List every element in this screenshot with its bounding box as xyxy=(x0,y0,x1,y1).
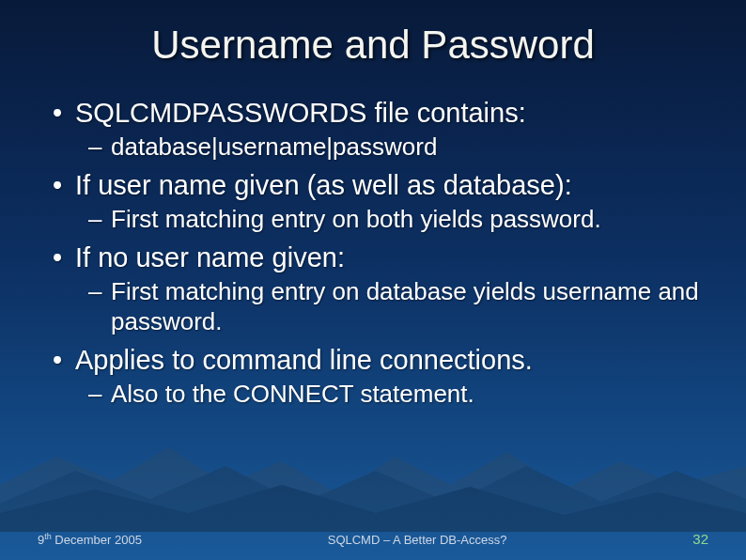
bullet-text: If user name given (as well as database)… xyxy=(75,170,572,200)
sub-bullet-text: First matching entry on both yields pass… xyxy=(111,205,601,233)
footer-date-ord: th xyxy=(44,532,52,541)
sub-bullet-list: database|username|password xyxy=(75,132,699,163)
sub-bullet-item: Also to the CONNECT statement. xyxy=(75,379,699,410)
sub-bullet-list: First matching entry on database yields … xyxy=(75,276,699,337)
sub-bullet-item: First matching entry on database yields … xyxy=(75,276,699,337)
mountain-decoration xyxy=(0,419,746,532)
sub-bullet-item: database|username|password xyxy=(75,132,699,163)
footer-title: SQLCMD – A Better DB-Access? xyxy=(142,533,692,547)
bullet-item: If no user name given: First matching en… xyxy=(47,241,699,337)
sub-bullet-list: Also to the CONNECT statement. xyxy=(75,379,699,410)
slide-footer: 9th December 2005 SQLCMD – A Better DB-A… xyxy=(0,531,746,547)
sub-bullet-text: Also to the CONNECT statement. xyxy=(111,380,474,408)
bullet-text: If no user name given: xyxy=(75,242,345,272)
bullet-text: Applies to command line connections. xyxy=(75,345,533,375)
bullet-list: SQLCMDPASSWORDS file contains: database|… xyxy=(47,96,699,410)
page-number: 32 xyxy=(692,531,708,547)
bullet-item: Applies to command line connections. Als… xyxy=(47,343,699,410)
sub-bullet-list: First matching entry on both yields pass… xyxy=(75,204,699,235)
sub-bullet-item: First matching entry on both yields pass… xyxy=(75,204,699,235)
sub-bullet-text: database|username|password xyxy=(111,132,437,161)
sub-bullet-text: First matching entry on database yields … xyxy=(111,277,699,336)
slide: Username and Password SQLCMDPASSWORDS fi… xyxy=(0,0,746,560)
slide-title: Username and Password xyxy=(151,23,595,68)
slide-content: SQLCMDPASSWORDS file contains: database|… xyxy=(0,68,746,410)
title-area: Username and Password xyxy=(0,0,746,68)
footer-date-rest: December 2005 xyxy=(52,533,142,547)
bullet-text: SQLCMDPASSWORDS file contains: xyxy=(75,98,526,128)
bullet-item: If user name given (as well as database)… xyxy=(47,168,699,235)
bullet-item: SQLCMDPASSWORDS file contains: database|… xyxy=(47,96,699,163)
footer-date: 9th December 2005 xyxy=(38,532,142,547)
